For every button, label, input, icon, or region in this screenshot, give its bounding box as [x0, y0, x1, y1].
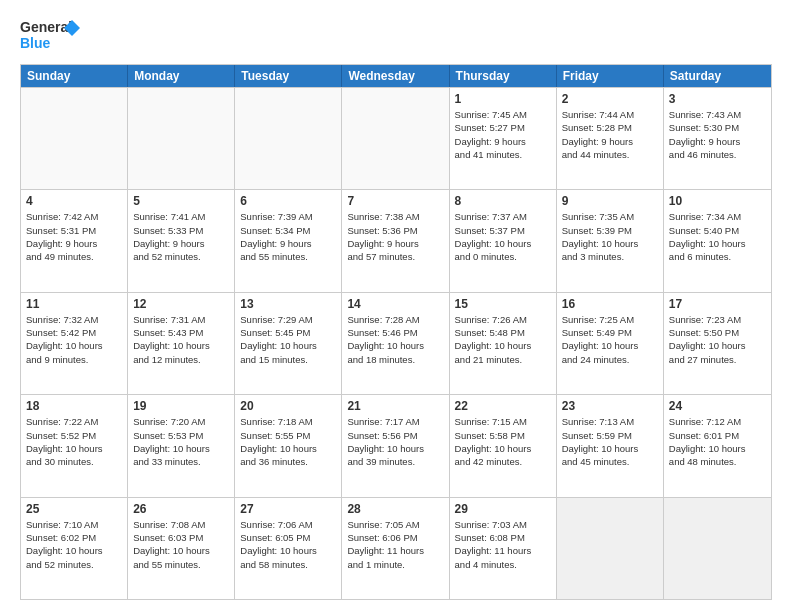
day-number: 16 [562, 297, 658, 311]
day-number: 17 [669, 297, 766, 311]
header-day-wednesday: Wednesday [342, 65, 449, 87]
day-number: 3 [669, 92, 766, 106]
header-day-sunday: Sunday [21, 65, 128, 87]
header-day-friday: Friday [557, 65, 664, 87]
day-cell-17: 17Sunrise: 7:23 AM Sunset: 5:50 PM Dayli… [664, 293, 771, 394]
day-info: Sunrise: 7:42 AM Sunset: 5:31 PM Dayligh… [26, 210, 122, 263]
svg-text:General: General [20, 19, 72, 35]
day-number: 8 [455, 194, 551, 208]
day-number: 25 [26, 502, 122, 516]
day-info: Sunrise: 7:45 AM Sunset: 5:27 PM Dayligh… [455, 108, 551, 161]
calendar-week-4: 18Sunrise: 7:22 AM Sunset: 5:52 PM Dayli… [21, 394, 771, 496]
day-cell-13: 13Sunrise: 7:29 AM Sunset: 5:45 PM Dayli… [235, 293, 342, 394]
day-info: Sunrise: 7:31 AM Sunset: 5:43 PM Dayligh… [133, 313, 229, 366]
day-cell-24: 24Sunrise: 7:12 AM Sunset: 6:01 PM Dayli… [664, 395, 771, 496]
day-number: 11 [26, 297, 122, 311]
calendar-week-3: 11Sunrise: 7:32 AM Sunset: 5:42 PM Dayli… [21, 292, 771, 394]
day-number: 21 [347, 399, 443, 413]
day-info: Sunrise: 7:34 AM Sunset: 5:40 PM Dayligh… [669, 210, 766, 263]
empty-cell [235, 88, 342, 189]
day-info: Sunrise: 7:43 AM Sunset: 5:30 PM Dayligh… [669, 108, 766, 161]
day-cell-8: 8Sunrise: 7:37 AM Sunset: 5:37 PM Daylig… [450, 190, 557, 291]
day-cell-19: 19Sunrise: 7:20 AM Sunset: 5:53 PM Dayli… [128, 395, 235, 496]
logo-svg: General Blue [20, 16, 80, 56]
day-info: Sunrise: 7:05 AM Sunset: 6:06 PM Dayligh… [347, 518, 443, 571]
day-info: Sunrise: 7:25 AM Sunset: 5:49 PM Dayligh… [562, 313, 658, 366]
day-number: 20 [240, 399, 336, 413]
day-number: 14 [347, 297, 443, 311]
day-info: Sunrise: 7:10 AM Sunset: 6:02 PM Dayligh… [26, 518, 122, 571]
day-number: 18 [26, 399, 122, 413]
day-info: Sunrise: 7:17 AM Sunset: 5:56 PM Dayligh… [347, 415, 443, 468]
empty-cell [342, 88, 449, 189]
calendar: SundayMondayTuesdayWednesdayThursdayFrid… [20, 64, 772, 600]
day-cell-9: 9Sunrise: 7:35 AM Sunset: 5:39 PM Daylig… [557, 190, 664, 291]
day-number: 29 [455, 502, 551, 516]
day-info: Sunrise: 7:37 AM Sunset: 5:37 PM Dayligh… [455, 210, 551, 263]
day-cell-3: 3Sunrise: 7:43 AM Sunset: 5:30 PM Daylig… [664, 88, 771, 189]
day-number: 7 [347, 194, 443, 208]
day-info: Sunrise: 7:35 AM Sunset: 5:39 PM Dayligh… [562, 210, 658, 263]
day-cell-25: 25Sunrise: 7:10 AM Sunset: 6:02 PM Dayli… [21, 498, 128, 599]
empty-cell [128, 88, 235, 189]
empty-cell [664, 498, 771, 599]
header-day-thursday: Thursday [450, 65, 557, 87]
empty-cell [21, 88, 128, 189]
day-number: 4 [26, 194, 122, 208]
day-cell-16: 16Sunrise: 7:25 AM Sunset: 5:49 PM Dayli… [557, 293, 664, 394]
day-cell-29: 29Sunrise: 7:03 AM Sunset: 6:08 PM Dayli… [450, 498, 557, 599]
calendar-body: 1Sunrise: 7:45 AM Sunset: 5:27 PM Daylig… [21, 87, 771, 599]
day-number: 28 [347, 502, 443, 516]
day-info: Sunrise: 7:32 AM Sunset: 5:42 PM Dayligh… [26, 313, 122, 366]
day-cell-27: 27Sunrise: 7:06 AM Sunset: 6:05 PM Dayli… [235, 498, 342, 599]
calendar-week-1: 1Sunrise: 7:45 AM Sunset: 5:27 PM Daylig… [21, 87, 771, 189]
day-number: 24 [669, 399, 766, 413]
day-cell-10: 10Sunrise: 7:34 AM Sunset: 5:40 PM Dayli… [664, 190, 771, 291]
day-info: Sunrise: 7:44 AM Sunset: 5:28 PM Dayligh… [562, 108, 658, 161]
empty-cell [557, 498, 664, 599]
day-number: 26 [133, 502, 229, 516]
day-info: Sunrise: 7:38 AM Sunset: 5:36 PM Dayligh… [347, 210, 443, 263]
day-number: 2 [562, 92, 658, 106]
day-info: Sunrise: 7:03 AM Sunset: 6:08 PM Dayligh… [455, 518, 551, 571]
header-day-monday: Monday [128, 65, 235, 87]
day-number: 23 [562, 399, 658, 413]
day-cell-21: 21Sunrise: 7:17 AM Sunset: 5:56 PM Dayli… [342, 395, 449, 496]
svg-text:Blue: Blue [20, 35, 51, 51]
day-info: Sunrise: 7:08 AM Sunset: 6:03 PM Dayligh… [133, 518, 229, 571]
day-cell-6: 6Sunrise: 7:39 AM Sunset: 5:34 PM Daylig… [235, 190, 342, 291]
day-cell-7: 7Sunrise: 7:38 AM Sunset: 5:36 PM Daylig… [342, 190, 449, 291]
day-cell-23: 23Sunrise: 7:13 AM Sunset: 5:59 PM Dayli… [557, 395, 664, 496]
day-number: 10 [669, 194, 766, 208]
day-cell-26: 26Sunrise: 7:08 AM Sunset: 6:03 PM Dayli… [128, 498, 235, 599]
day-info: Sunrise: 7:13 AM Sunset: 5:59 PM Dayligh… [562, 415, 658, 468]
day-cell-11: 11Sunrise: 7:32 AM Sunset: 5:42 PM Dayli… [21, 293, 128, 394]
day-number: 9 [562, 194, 658, 208]
day-number: 13 [240, 297, 336, 311]
day-info: Sunrise: 7:22 AM Sunset: 5:52 PM Dayligh… [26, 415, 122, 468]
day-info: Sunrise: 7:28 AM Sunset: 5:46 PM Dayligh… [347, 313, 443, 366]
day-number: 22 [455, 399, 551, 413]
day-info: Sunrise: 7:26 AM Sunset: 5:48 PM Dayligh… [455, 313, 551, 366]
day-number: 1 [455, 92, 551, 106]
day-info: Sunrise: 7:39 AM Sunset: 5:34 PM Dayligh… [240, 210, 336, 263]
day-cell-14: 14Sunrise: 7:28 AM Sunset: 5:46 PM Dayli… [342, 293, 449, 394]
calendar-header: SundayMondayTuesdayWednesdayThursdayFrid… [21, 65, 771, 87]
header-day-saturday: Saturday [664, 65, 771, 87]
day-number: 12 [133, 297, 229, 311]
day-info: Sunrise: 7:20 AM Sunset: 5:53 PM Dayligh… [133, 415, 229, 468]
day-number: 19 [133, 399, 229, 413]
day-cell-12: 12Sunrise: 7:31 AM Sunset: 5:43 PM Dayli… [128, 293, 235, 394]
day-info: Sunrise: 7:12 AM Sunset: 6:01 PM Dayligh… [669, 415, 766, 468]
day-info: Sunrise: 7:06 AM Sunset: 6:05 PM Dayligh… [240, 518, 336, 571]
day-info: Sunrise: 7:18 AM Sunset: 5:55 PM Dayligh… [240, 415, 336, 468]
header-day-tuesday: Tuesday [235, 65, 342, 87]
day-cell-18: 18Sunrise: 7:22 AM Sunset: 5:52 PM Dayli… [21, 395, 128, 496]
day-cell-15: 15Sunrise: 7:26 AM Sunset: 5:48 PM Dayli… [450, 293, 557, 394]
day-cell-1: 1Sunrise: 7:45 AM Sunset: 5:27 PM Daylig… [450, 88, 557, 189]
day-number: 15 [455, 297, 551, 311]
day-info: Sunrise: 7:23 AM Sunset: 5:50 PM Dayligh… [669, 313, 766, 366]
day-info: Sunrise: 7:29 AM Sunset: 5:45 PM Dayligh… [240, 313, 336, 366]
day-info: Sunrise: 7:41 AM Sunset: 5:33 PM Dayligh… [133, 210, 229, 263]
calendar-week-2: 4Sunrise: 7:42 AM Sunset: 5:31 PM Daylig… [21, 189, 771, 291]
